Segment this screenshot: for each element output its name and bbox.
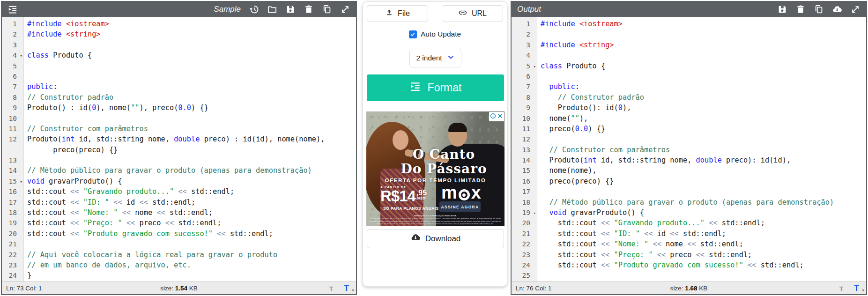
cloud-download-icon[interactable] [832,4,842,15]
code-line: 10 nome(""), [512,113,866,124]
link-icon [458,8,467,19]
format-indent-icon[interactable] [7,4,18,15]
input-editor-panel: Sample 1#include <iostream>2#include <st… [1,1,357,295]
fold-arrow-icon[interactable]: ▾ [534,61,536,72]
ad-woman-face [393,130,408,150]
ad-man-figure [436,144,504,226]
line-number: 21 [512,229,537,239]
copy-icon[interactable] [322,4,332,15]
code-line: 19std::cout << "Preço: " << preco << std… [2,218,356,228]
line-number: 25 [512,270,537,281]
copy-icon[interactable] [814,4,824,15]
ad-info-icon[interactable] [490,112,496,121]
line-number: 18 [2,207,23,218]
line-number: 8 [512,92,537,103]
code-line: 13 [2,155,356,165]
code-line: 26 // Aqui você colocaria a lógica real … [512,281,866,281]
line-number: 15▾ [2,176,23,186]
cloud-download-icon [410,232,421,245]
line-number: 5 [2,61,23,71]
input-statusbar: Ln: 73 Col: 1 size: 1.54 KB T T [2,281,356,294]
expand-icon[interactable] [850,4,861,15]
file-size: size: 1.54 KB [2,285,356,292]
code-line: 4▾class Produto { [2,50,356,60]
code-line: 7 public: [512,81,866,92]
line-number: 6 [2,71,23,81]
line-number: 14 [2,165,23,176]
line-number: 15 [512,165,537,176]
code-line: 20std::cout << "Produto gravado com suce… [2,229,356,239]
url-load-button[interactable]: URL [442,5,503,22]
code-line: 4 [512,50,866,60]
history-icon[interactable] [249,4,259,15]
ad-legal-text: VERIFIQUE A CLASSIFICAÇÃO INDICATIVA. *V… [369,215,502,225]
fold-arrow-icon[interactable]: ▾ [534,208,536,218]
file-upload-button[interactable]: File [367,5,428,22]
trash-icon[interactable] [795,4,806,15]
fold-arrow-icon[interactable]: ▾ [20,177,22,187]
max-logo-a-icon [459,189,470,200]
upload-icon [385,8,393,19]
line-number: 25 [2,281,23,281]
line-number: 11 [512,124,537,134]
open-folder-icon[interactable] [267,4,277,15]
code-line: 22 std::cout << "Nome: " << nome << std:… [512,239,866,249]
line-number: 17 [512,186,537,197]
code-line: 5 [2,61,356,71]
save-icon[interactable] [777,4,787,15]
line-number: 23 [512,250,537,260]
increase-font-button[interactable]: T [851,283,862,294]
line-number: 19 [2,218,23,228]
output-statusbar: Ln: 76 Col: 1 size: 1.68 KB T T [512,281,866,294]
output-panel-title: Output [517,5,541,14]
adchoices-badge [489,112,504,121]
line-number: 4▾ [2,50,23,60]
source-buttons-row: File URL [367,5,503,22]
increase-font-button[interactable]: T [341,283,352,294]
line-number: 22 [512,239,537,249]
code-line: 21 std::cout << "ID: " << id << std::end… [512,229,866,239]
code-line: 23 std::cout << "Preço: " << preco << st… [512,250,866,260]
fold-arrow-icon[interactable]: ▾ [20,51,22,61]
indent-select[interactable]: 2 indent [409,49,461,67]
ad-close-icon[interactable] [497,112,503,121]
ad-woman-dress [380,169,423,226]
code-line: 24} [2,270,356,281]
ad-man-arm [404,149,449,163]
scroll-down-icon[interactable]: ▾ [352,288,354,293]
ad-cta-button[interactable]: ASSINE AGORA [439,201,481,212]
code-line: 9Produto() : id(0), nome(""), preco(0.0)… [2,103,356,113]
ad-price: A PARTIR DE R$14 ,95 /MÊS* [380,185,427,203]
code-line: 2#include <string> [2,29,356,39]
code-line: 11 preco(0.0) {} [512,124,866,134]
code-line: 1#include <iostream> [2,19,356,29]
output-editor-panel: Output 1#include <iostream>23#include <s… [511,1,867,295]
format-button[interactable]: Format [367,74,504,101]
line-number: 9 [2,103,23,113]
output-code-editor[interactable]: 1#include <iostream>23#include <string>4… [512,17,866,281]
trash-icon[interactable] [304,4,314,15]
decrease-font-button[interactable]: T [326,285,336,293]
code-line: 1#include <iostream> [512,19,866,29]
auto-update-checkbox[interactable] [409,30,417,38]
code-line: 18 // Método público para gravar o produ… [512,197,866,207]
save-icon[interactable] [285,4,296,15]
line-number: 18 [512,197,537,207]
code-line: 25 [512,270,866,281]
auto-update-toggle[interactable]: Auto Update [363,30,507,38]
ad-man-face [448,125,467,147]
code-line: 20 std::cout << "Gravando produto..." <<… [512,218,866,228]
advertisement[interactable]: O Canto Do Pássaro OFERTA POR TEMPO LIMI… [366,111,504,226]
line-number: 12 [2,134,23,144]
code-line: 12 [512,134,866,144]
decrease-font-button[interactable]: T [837,285,846,293]
controls-card: File URL Auto Update 2 indent Format [363,1,507,287]
line-number: 7 [512,81,537,92]
expand-icon[interactable] [340,4,350,15]
code-line: 2 [512,29,866,39]
line-number: 11 [2,124,23,134]
scroll-down-icon[interactable]: ▾ [862,288,864,293]
input-code-editor[interactable]: 1#include <iostream>2#include <string>34… [2,17,356,281]
download-button[interactable]: Download [367,229,504,248]
line-number: 8 [2,92,23,103]
